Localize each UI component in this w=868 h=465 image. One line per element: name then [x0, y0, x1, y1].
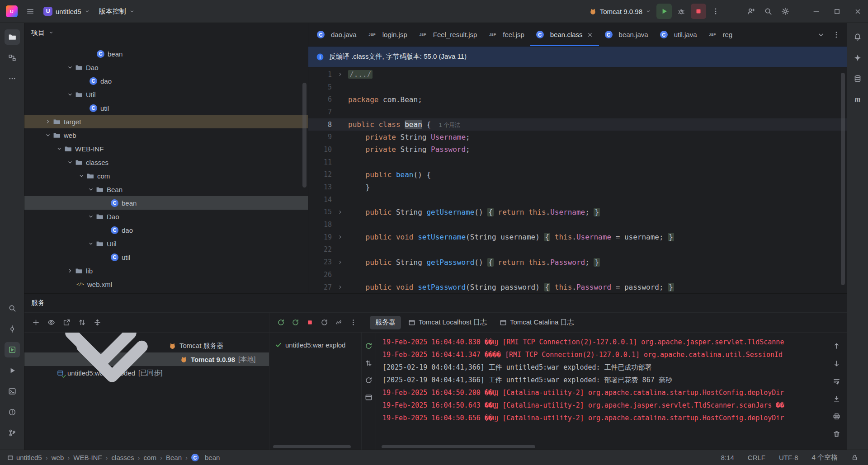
- settings-button[interactable]: [778, 4, 793, 19]
- chevron-down-icon[interactable]: [86, 186, 96, 193]
- editor-scrollbar[interactable]: [841, 73, 845, 285]
- scroll-to-end-button[interactable]: [830, 392, 843, 405]
- fold-icon[interactable]: [332, 209, 348, 215]
- chevron-down-icon[interactable]: [86, 240, 96, 247]
- fold-icon[interactable]: [332, 284, 348, 290]
- chevron-down-icon[interactable]: [86, 213, 96, 220]
- scroll-up-button[interactable]: [830, 339, 843, 352]
- server-tab[interactable]: Tomcat Localhost 日志: [403, 316, 492, 329]
- project-tree-item[interactable]: WEB-INF: [24, 142, 308, 155]
- project-tree-item[interactable]: Util: [24, 237, 308, 250]
- open-in-new-button[interactable]: [60, 316, 73, 329]
- rerun-server-button[interactable]: [274, 316, 288, 329]
- deploy-button[interactable]: [362, 339, 376, 352]
- code-with-me-button[interactable]: [743, 4, 759, 19]
- database-button[interactable]: [850, 71, 865, 86]
- chevron-right-icon[interactable]: [65, 268, 75, 274]
- services-button[interactable]: [5, 342, 20, 357]
- terminal-button[interactable]: [5, 384, 20, 399]
- more-actions-button[interactable]: [708, 4, 723, 19]
- collapse-all-button[interactable]: [90, 316, 104, 329]
- maven-button[interactable]: m: [850, 92, 865, 107]
- server-tab[interactable]: 服务器: [370, 316, 401, 329]
- project-tree-item[interactable]: com: [24, 169, 308, 183]
- project-tree-item[interactable]: </>web.xml: [24, 277, 308, 291]
- breadcrumb-item[interactable]: web: [52, 454, 64, 461]
- structure-button[interactable]: [5, 50, 20, 66]
- project-tree-item[interactable]: Cutil: [24, 250, 308, 264]
- console-hscrollbar[interactable]: [382, 445, 535, 448]
- tab-list-button[interactable]: [813, 27, 829, 42]
- deployments-hscrollbar[interactable]: [273, 445, 351, 448]
- run-config-widget[interactable]: Tomcat 9.0.98: [585, 4, 656, 19]
- rerun-debug-button[interactable]: [288, 316, 302, 329]
- chevron-down-icon[interactable]: [65, 91, 75, 98]
- run-button[interactable]: [656, 4, 672, 19]
- minimize-button[interactable]: [806, 0, 826, 23]
- project-tree-item[interactable]: Cbean: [24, 47, 308, 61]
- readonly-lock-icon[interactable]: [851, 454, 858, 461]
- breadcrumb-item[interactable]: Bean: [166, 454, 182, 461]
- chevron-down-icon[interactable]: [65, 64, 75, 70]
- project-panel-header[interactable]: 项目: [24, 23, 308, 42]
- scroll-down-button[interactable]: [830, 357, 843, 370]
- project-widget[interactable]: U untitled5: [39, 4, 94, 19]
- close-icon[interactable]: [587, 32, 593, 38]
- add-service-button[interactable]: [29, 316, 42, 329]
- deployment-item[interactable]: untitled5:war explod: [269, 338, 361, 352]
- expand-button[interactable]: [75, 316, 89, 329]
- vcs-widget[interactable]: 版本控制: [94, 4, 139, 19]
- services-tree-item[interactable]: Tomcat 9.0.98[本地]: [24, 352, 269, 366]
- problems-button[interactable]: [5, 404, 20, 420]
- git-button[interactable]: [5, 425, 20, 441]
- commit-button[interactable]: [5, 321, 20, 337]
- maximize-button[interactable]: [826, 0, 847, 23]
- ai-assistant-button[interactable]: [850, 50, 865, 66]
- search-everywhere-button[interactable]: [760, 4, 776, 19]
- fold-icon[interactable]: [332, 71, 348, 77]
- project-tree-item[interactable]: target: [24, 115, 308, 128]
- refresh-artifact-button[interactable]: [362, 373, 376, 387]
- fold-icon[interactable]: [332, 259, 348, 265]
- project-button[interactable]: [5, 29, 20, 45]
- project-tree-item[interactable]: Cdao: [24, 223, 308, 237]
- code-editor[interactable]: 1/.../5 6package com.Bean;7 8public clas…: [308, 67, 847, 293]
- debug-button[interactable]: [674, 4, 689, 19]
- project-tree-item[interactable]: classes: [24, 155, 308, 169]
- editor-tab[interactable]: JSPlogin.jsp: [363, 23, 413, 46]
- project-scrollbar[interactable]: [302, 83, 307, 188]
- chevron-down-icon[interactable]: [65, 159, 75, 165]
- deployment-descriptor-button[interactable]: [362, 390, 376, 404]
- project-tree-item[interactable]: Dao: [24, 61, 308, 74]
- project-tree-item[interactable]: Cbean: [24, 196, 308, 210]
- file-encoding[interactable]: UTF-8: [779, 454, 798, 461]
- breadcrumb-item[interactable]: WEB-INF: [73, 454, 102, 461]
- tab-options-button[interactable]: [829, 27, 844, 42]
- server-console[interactable]: 19-Feb-2025 16:04:40.830 ��Ϣ [RMI TCP Co…: [376, 333, 826, 450]
- chevron-down-icon[interactable]: [44, 333, 180, 427]
- main-menu-button[interactable]: [23, 4, 38, 19]
- notifications-button[interactable]: [850, 29, 865, 45]
- editor-tab[interactable]: JSPFeel_result.jsp: [413, 23, 483, 46]
- connect-button[interactable]: [332, 316, 345, 329]
- stop-server-button[interactable]: [303, 316, 316, 329]
- editor-tab[interactable]: Cbean.java: [599, 23, 654, 46]
- editor-tab[interactable]: Cdao.java: [311, 23, 363, 46]
- services-panel-header[interactable]: 服务: [24, 294, 847, 313]
- editor-tab[interactable]: Cutil.java: [654, 23, 703, 46]
- swap-button[interactable]: [362, 356, 376, 370]
- server-tab[interactable]: Tomcat Catalina 日志: [494, 316, 580, 329]
- fold-icon[interactable]: [332, 234, 348, 240]
- find-button[interactable]: [5, 301, 20, 316]
- editor-tab[interactable]: JSPregi: [703, 23, 732, 46]
- project-tree-item[interactable]: Bean: [24, 183, 308, 196]
- line-ending[interactable]: CRLF: [748, 454, 765, 461]
- view-options-button[interactable]: [44, 316, 58, 329]
- editor-tab[interactable]: Cbean.class: [530, 23, 599, 46]
- breadcrumb-item[interactable]: untitled5: [7, 454, 42, 461]
- chevron-down-icon[interactable]: [54, 146, 64, 152]
- project-tree-item[interactable]: Cutil: [24, 101, 308, 115]
- project-tree-item[interactable]: Cdao: [24, 74, 308, 88]
- run-button[interactable]: [5, 363, 20, 378]
- caret-position[interactable]: 8:14: [721, 454, 734, 461]
